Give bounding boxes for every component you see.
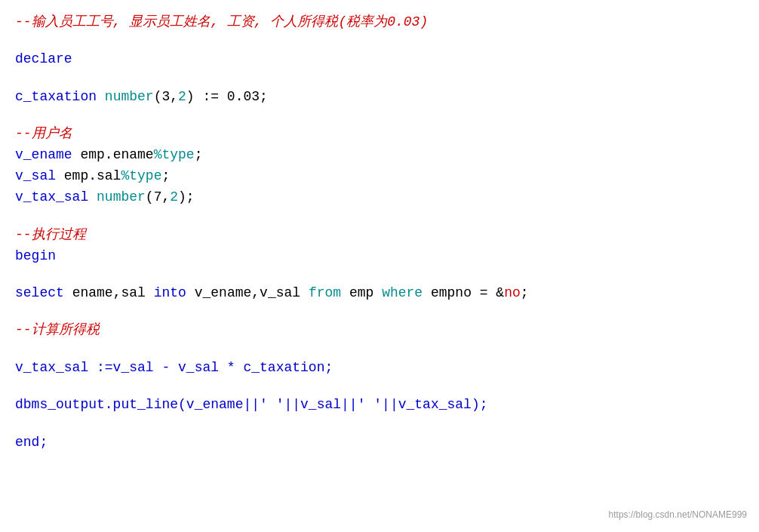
- line-comment4: --计算所得税: [15, 320, 744, 341]
- blank-line: [15, 304, 744, 321]
- line-begin: begin: [15, 246, 744, 267]
- watermark: https://blog.csdn.net/NONAME999: [609, 509, 747, 520]
- blank-line: [15, 379, 744, 395]
- line-v-sal: v_sal emp.sal%type;: [15, 166, 744, 187]
- line-comment3: --执行过程: [15, 225, 744, 246]
- line-v-tax-sal-calc: v_tax_sal :=v_sal - v_sal * c_taxation;: [15, 358, 744, 379]
- blank-line: [15, 416, 744, 432]
- code-editor: --输入员工工号, 显示员工姓名, 工资, 个人所得税(税率为0.03) dec…: [15, 12, 744, 454]
- blank-line: [15, 70, 744, 87]
- blank-line: [15, 108, 744, 125]
- line-declare: declare: [15, 49, 744, 70]
- line-v-ename: v_ename emp.ename%type;: [15, 145, 744, 166]
- line-select: select ename,sal into v_ename,v_sal from…: [15, 283, 744, 304]
- line-c-taxation: c_taxation number(3,2) := 0.03;: [15, 87, 744, 108]
- line-comment1: --输入员工工号, 显示员工姓名, 工资, 个人所得税(税率为0.03): [15, 12, 744, 33]
- blank-line: [15, 266, 744, 283]
- line-v-tax-sal: v_tax_sal number(7,2);: [15, 187, 744, 208]
- blank-line: [15, 208, 744, 225]
- line-dbms: dbms_output.put_line(v_ename||' '||v_sal…: [15, 395, 744, 416]
- line-comment2: --用户名: [15, 124, 744, 145]
- blank-line: [15, 33, 744, 50]
- blank-line: [15, 341, 744, 358]
- line-end: end;: [15, 432, 744, 454]
